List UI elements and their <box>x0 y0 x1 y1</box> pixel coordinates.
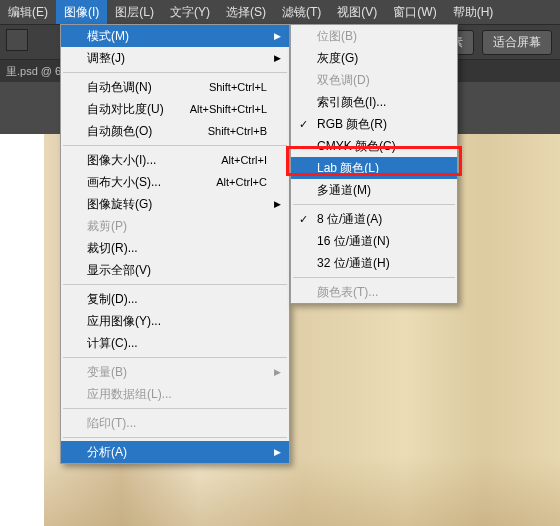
menu-item[interactable]: 分析(A)▶ <box>61 441 289 463</box>
menu-item-label: 32 位/通道(H) <box>317 255 390 272</box>
image-menu: 模式(M)▶调整(J)▶自动色调(N)Shift+Ctrl+L自动对比度(U)A… <box>60 24 290 464</box>
menu-item[interactable]: 画布大小(S)...Alt+Ctrl+C <box>61 171 289 193</box>
menu-item[interactable]: 自动对比度(U)Alt+Shift+Ctrl+L <box>61 98 289 120</box>
menu-item-label: 画布大小(S)... <box>87 174 161 191</box>
menu-item-label: 复制(D)... <box>87 291 138 308</box>
mode-submenu: 位图(B)灰度(G)双色调(D)索引颜色(I)...✓RGB 颜色(R)CMYK… <box>290 24 458 304</box>
check-icon: ✓ <box>299 213 308 226</box>
menubar-item[interactable]: 图像(I) <box>56 0 107 24</box>
menubar-item[interactable]: 图层(L) <box>107 0 162 24</box>
menu-separator <box>63 408 287 409</box>
menu-item-label: 计算(C)... <box>87 335 138 352</box>
menubar-item[interactable]: 编辑(E) <box>0 0 56 24</box>
menu-item-label: 变量(B) <box>87 364 127 381</box>
menu-item-label: 应用图像(Y)... <box>87 313 161 330</box>
menu-item-label: 自动色调(N) <box>87 79 152 96</box>
menu-separator <box>293 277 455 278</box>
menu-shortcut: Alt+Ctrl+I <box>221 154 267 166</box>
menu-item[interactable]: ✓8 位/通道(A) <box>291 208 457 230</box>
submenu-arrow-icon: ▶ <box>274 31 281 41</box>
menu-item-label: 多通道(M) <box>317 182 371 199</box>
menu-item[interactable]: CMYK 颜色(C) <box>291 135 457 157</box>
menu-separator <box>63 284 287 285</box>
menu-item[interactable]: ✓RGB 颜色(R) <box>291 113 457 135</box>
menu-separator <box>63 357 287 358</box>
menu-item[interactable]: 复制(D)... <box>61 288 289 310</box>
menu-item-label: 裁切(R)... <box>87 240 138 257</box>
menu-item-label: 自动颜色(O) <box>87 123 152 140</box>
menu-item-label: CMYK 颜色(C) <box>317 138 396 155</box>
menu-item: 变量(B)▶ <box>61 361 289 383</box>
menu-item: 位图(B) <box>291 25 457 47</box>
menu-item: 陷印(T)... <box>61 412 289 434</box>
menu-item-label: 索引颜色(I)... <box>317 94 386 111</box>
menu-item: 应用数据组(L)... <box>61 383 289 405</box>
menu-item[interactable]: 多通道(M) <box>291 179 457 201</box>
menu-item[interactable]: 显示全部(V) <box>61 259 289 281</box>
menu-item-label: 裁剪(P) <box>87 218 127 235</box>
menu-separator <box>63 145 287 146</box>
menubar-item[interactable]: 滤镜(T) <box>274 0 329 24</box>
menu-item-label: 16 位/通道(N) <box>317 233 390 250</box>
menu-item[interactable]: Lab 颜色(L) <box>291 157 457 179</box>
menu-item[interactable]: 自动色调(N)Shift+Ctrl+L <box>61 76 289 98</box>
menu-item-label: 图像大小(I)... <box>87 152 156 169</box>
menu-item-label: Lab 颜色(L) <box>317 160 379 177</box>
menu-item-label: 自动对比度(U) <box>87 101 164 118</box>
menu-item-label: 8 位/通道(A) <box>317 211 382 228</box>
menu-item: 颜色表(T)... <box>291 281 457 303</box>
menu-separator <box>293 204 455 205</box>
menu-shortcut: Alt+Ctrl+C <box>216 176 267 188</box>
menu-separator <box>63 437 287 438</box>
menu-item[interactable]: 裁切(R)... <box>61 237 289 259</box>
menu-item-label: 模式(M) <box>87 28 129 45</box>
menubar-item[interactable]: 帮助(H) <box>445 0 502 24</box>
fit-screen-button[interactable]: 适合屏幕 <box>482 30 552 55</box>
menu-item-label: 陷印(T)... <box>87 415 136 432</box>
submenu-arrow-icon: ▶ <box>274 367 281 377</box>
menu-item-label: 颜色表(T)... <box>317 284 378 301</box>
menu-item: 裁剪(P) <box>61 215 289 237</box>
submenu-arrow-icon: ▶ <box>274 53 281 63</box>
menu-item[interactable]: 32 位/通道(H) <box>291 252 457 274</box>
menu-shortcut: Alt+Shift+Ctrl+L <box>190 103 267 115</box>
menu-item[interactable]: 16 位/通道(N) <box>291 230 457 252</box>
menu-item[interactable]: 索引颜色(I)... <box>291 91 457 113</box>
menu-item[interactable]: 自动颜色(O)Shift+Ctrl+B <box>61 120 289 142</box>
menu-item-label: 调整(J) <box>87 50 125 67</box>
menubar-item[interactable]: 选择(S) <box>218 0 274 24</box>
menubar-item[interactable]: 窗口(W) <box>385 0 444 24</box>
canvas-margin <box>0 134 44 526</box>
menu-item: 双色调(D) <box>291 69 457 91</box>
menu-item[interactable]: 灰度(G) <box>291 47 457 69</box>
check-icon: ✓ <box>299 118 308 131</box>
menu-item[interactable]: 图像大小(I)...Alt+Ctrl+I <box>61 149 289 171</box>
menubar-item[interactable]: 视图(V) <box>329 0 385 24</box>
menu-shortcut: Shift+Ctrl+L <box>209 81 267 93</box>
menu-item[interactable]: 调整(J)▶ <box>61 47 289 69</box>
menu-item[interactable]: 计算(C)... <box>61 332 289 354</box>
submenu-arrow-icon: ▶ <box>274 199 281 209</box>
menu-shortcut: Shift+Ctrl+B <box>208 125 267 137</box>
menu-item-label: 双色调(D) <box>317 72 370 89</box>
tool-swatch[interactable] <box>6 29 28 51</box>
menu-item-label: 位图(B) <box>317 28 357 45</box>
submenu-arrow-icon: ▶ <box>274 447 281 457</box>
menu-separator <box>63 72 287 73</box>
menu-item-label: 应用数据组(L)... <box>87 386 172 403</box>
menu-item[interactable]: 模式(M)▶ <box>61 25 289 47</box>
menu-item-label: 灰度(G) <box>317 50 358 67</box>
menubar: 编辑(E)图像(I)图层(L)文字(Y)选择(S)滤镜(T)视图(V)窗口(W)… <box>0 0 560 24</box>
menu-item-label: RGB 颜色(R) <box>317 116 387 133</box>
menu-item-label: 分析(A) <box>87 444 127 461</box>
menu-item-label: 显示全部(V) <box>87 262 151 279</box>
menu-item-label: 图像旋转(G) <box>87 196 152 213</box>
menubar-item[interactable]: 文字(Y) <box>162 0 218 24</box>
menu-item[interactable]: 应用图像(Y)... <box>61 310 289 332</box>
menu-item[interactable]: 图像旋转(G)▶ <box>61 193 289 215</box>
